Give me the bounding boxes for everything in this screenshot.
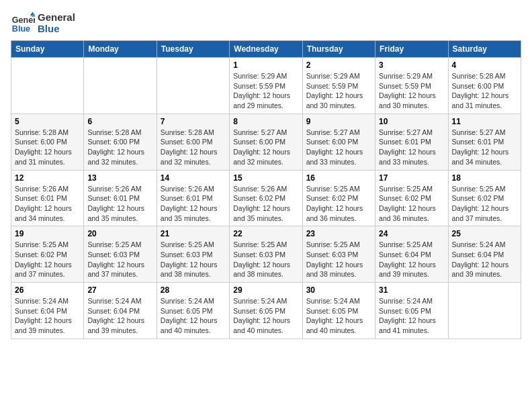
day-info: Sunrise: 5:25 AM Sunset: 6:03 PM Dayligh…	[161, 240, 226, 279]
day-info: Sunrise: 5:26 AM Sunset: 6:01 PM Dayligh…	[15, 184, 80, 224]
svg-text:Blue: Blue	[12, 24, 30, 34]
day-info: Sunrise: 5:28 AM Sunset: 6:00 PM Dayligh…	[452, 71, 517, 111]
calendar-cell: 17Sunrise: 5:25 AM Sunset: 6:02 PM Dayli…	[375, 170, 448, 226]
day-number: 11	[452, 117, 517, 126]
calendar-cell: 16Sunrise: 5:25 AM Sunset: 6:02 PM Dayli…	[302, 170, 375, 226]
day-number: 2	[306, 60, 371, 70]
day-info: Sunrise: 5:25 AM Sunset: 6:03 PM Dayligh…	[87, 240, 152, 279]
day-number: 8	[233, 117, 298, 126]
day-header-saturday: Saturday	[448, 41, 521, 58]
calendar-cell: 10Sunrise: 5:27 AM Sunset: 6:01 PM Dayli…	[375, 113, 448, 170]
day-header-friday: Friday	[375, 41, 448, 58]
calendar-cell: 22Sunrise: 5:25 AM Sunset: 6:03 PM Dayli…	[230, 226, 302, 283]
day-info: Sunrise: 5:24 AM Sunset: 6:04 PM Dayligh…	[452, 240, 517, 279]
calendar-cell: 19Sunrise: 5:25 AM Sunset: 6:02 PM Dayli…	[11, 226, 84, 283]
calendar-header-row: SundayMondayTuesdayWednesdayThursdayFrid…	[11, 41, 521, 58]
calendar-cell: 25Sunrise: 5:24 AM Sunset: 6:04 PM Dayli…	[448, 226, 521, 283]
day-number: 7	[161, 117, 226, 126]
day-number: 27	[87, 285, 152, 295]
calendar-cell	[448, 283, 521, 339]
calendar-cell: 27Sunrise: 5:24 AM Sunset: 6:04 PM Dayli…	[84, 283, 157, 339]
day-info: Sunrise: 5:27 AM Sunset: 6:00 PM Dayligh…	[306, 128, 371, 167]
calendar-cell: 26Sunrise: 5:24 AM Sunset: 6:04 PM Dayli…	[11, 283, 84, 339]
day-info: Sunrise: 5:27 AM Sunset: 6:01 PM Dayligh…	[379, 128, 444, 167]
calendar-cell: 6Sunrise: 5:28 AM Sunset: 6:00 PM Daylig…	[84, 113, 157, 170]
day-number: 23	[306, 229, 371, 238]
logo-text-blue: Blue	[38, 23, 75, 34]
calendar-cell: 30Sunrise: 5:24 AM Sunset: 6:05 PM Dayli…	[302, 283, 375, 339]
calendar-cell: 24Sunrise: 5:25 AM Sunset: 6:04 PM Dayli…	[375, 226, 448, 283]
calendar-cell: 8Sunrise: 5:27 AM Sunset: 6:00 PM Daylig…	[230, 113, 302, 170]
day-info: Sunrise: 5:29 AM Sunset: 5:59 PM Dayligh…	[306, 71, 371, 111]
calendar-cell: 7Sunrise: 5:28 AM Sunset: 6:00 PM Daylig…	[157, 113, 229, 170]
calendar-cell: 21Sunrise: 5:25 AM Sunset: 6:03 PM Dayli…	[157, 226, 229, 283]
day-number: 26	[15, 285, 80, 295]
logo: General Blue General Blue	[11, 11, 75, 35]
day-number: 9	[306, 117, 371, 126]
calendar-cell: 3Sunrise: 5:29 AM Sunset: 5:59 PM Daylig…	[375, 58, 448, 114]
day-info: Sunrise: 5:28 AM Sunset: 6:00 PM Dayligh…	[161, 128, 226, 167]
calendar-cell: 9Sunrise: 5:27 AM Sunset: 6:00 PM Daylig…	[302, 113, 375, 170]
day-number: 1	[233, 60, 298, 70]
day-number: 10	[379, 117, 444, 126]
calendar-cell: 1Sunrise: 5:29 AM Sunset: 5:59 PM Daylig…	[230, 58, 302, 114]
calendar-week-1: 1Sunrise: 5:29 AM Sunset: 5:59 PM Daylig…	[11, 58, 521, 114]
day-number: 14	[161, 173, 226, 183]
calendar-cell: 11Sunrise: 5:27 AM Sunset: 6:01 PM Dayli…	[448, 113, 521, 170]
day-number: 16	[306, 173, 371, 183]
day-header-thursday: Thursday	[302, 41, 375, 58]
day-number: 19	[15, 229, 80, 238]
logo-text-general: General	[38, 11, 75, 23]
day-number: 25	[452, 229, 517, 238]
calendar-week-5: 26Sunrise: 5:24 AM Sunset: 6:04 PM Dayli…	[11, 283, 521, 339]
day-info: Sunrise: 5:26 AM Sunset: 6:01 PM Dayligh…	[161, 184, 226, 224]
day-info: Sunrise: 5:29 AM Sunset: 5:59 PM Dayligh…	[379, 71, 444, 111]
logo-icon: General Blue	[11, 11, 35, 35]
day-info: Sunrise: 5:24 AM Sunset: 6:05 PM Dayligh…	[233, 296, 298, 336]
day-info: Sunrise: 5:24 AM Sunset: 6:04 PM Dayligh…	[15, 296, 80, 336]
calendar-cell: 12Sunrise: 5:26 AM Sunset: 6:01 PM Dayli…	[11, 170, 84, 226]
day-number: 5	[15, 117, 80, 126]
calendar-cell: 20Sunrise: 5:25 AM Sunset: 6:03 PM Dayli…	[84, 226, 157, 283]
day-header-tuesday: Tuesday	[157, 41, 229, 58]
day-info: Sunrise: 5:25 AM Sunset: 6:04 PM Dayligh…	[379, 240, 444, 279]
day-number: 22	[233, 229, 298, 238]
day-info: Sunrise: 5:27 AM Sunset: 6:01 PM Dayligh…	[452, 128, 517, 167]
day-number: 20	[87, 229, 152, 238]
calendar-cell: 2Sunrise: 5:29 AM Sunset: 5:59 PM Daylig…	[302, 58, 375, 114]
day-number: 30	[306, 285, 371, 295]
calendar-cell: 31Sunrise: 5:24 AM Sunset: 6:05 PM Dayli…	[375, 283, 448, 339]
day-info: Sunrise: 5:29 AM Sunset: 5:59 PM Dayligh…	[233, 71, 298, 111]
day-number: 29	[233, 285, 298, 295]
page-header: General Blue General Blue	[11, 11, 521, 35]
day-info: Sunrise: 5:24 AM Sunset: 6:05 PM Dayligh…	[161, 296, 226, 336]
day-header-sunday: Sunday	[11, 41, 84, 58]
day-info: Sunrise: 5:25 AM Sunset: 6:02 PM Dayligh…	[306, 184, 371, 224]
day-header-monday: Monday	[84, 41, 157, 58]
day-info: Sunrise: 5:28 AM Sunset: 6:00 PM Dayligh…	[15, 128, 80, 167]
day-number: 13	[87, 173, 152, 183]
day-number: 28	[161, 285, 226, 295]
day-info: Sunrise: 5:27 AM Sunset: 6:00 PM Dayligh…	[233, 128, 298, 167]
day-number: 21	[161, 229, 226, 238]
calendar-cell: 29Sunrise: 5:24 AM Sunset: 6:05 PM Dayli…	[230, 283, 302, 339]
calendar-cell: 28Sunrise: 5:24 AM Sunset: 6:05 PM Dayli…	[157, 283, 229, 339]
day-number: 3	[379, 60, 444, 70]
day-info: Sunrise: 5:25 AM Sunset: 6:03 PM Dayligh…	[233, 240, 298, 279]
day-info: Sunrise: 5:26 AM Sunset: 6:02 PM Dayligh…	[233, 184, 298, 224]
day-number: 17	[379, 173, 444, 183]
day-number: 31	[379, 285, 444, 295]
calendar-cell: 15Sunrise: 5:26 AM Sunset: 6:02 PM Dayli…	[230, 170, 302, 226]
day-info: Sunrise: 5:25 AM Sunset: 6:02 PM Dayligh…	[379, 184, 444, 224]
calendar-week-3: 12Sunrise: 5:26 AM Sunset: 6:01 PM Dayli…	[11, 170, 521, 226]
calendar-cell	[11, 58, 84, 114]
day-number: 6	[87, 117, 152, 126]
calendar-cell: 18Sunrise: 5:25 AM Sunset: 6:02 PM Dayli…	[448, 170, 521, 226]
day-header-wednesday: Wednesday	[230, 41, 302, 58]
day-info: Sunrise: 5:25 AM Sunset: 6:03 PM Dayligh…	[306, 240, 371, 279]
day-number: 15	[233, 173, 298, 183]
day-info: Sunrise: 5:25 AM Sunset: 6:02 PM Dayligh…	[15, 240, 80, 279]
day-number: 12	[15, 173, 80, 183]
calendar-week-4: 19Sunrise: 5:25 AM Sunset: 6:02 PM Dayli…	[11, 226, 521, 283]
day-number: 18	[452, 173, 517, 183]
